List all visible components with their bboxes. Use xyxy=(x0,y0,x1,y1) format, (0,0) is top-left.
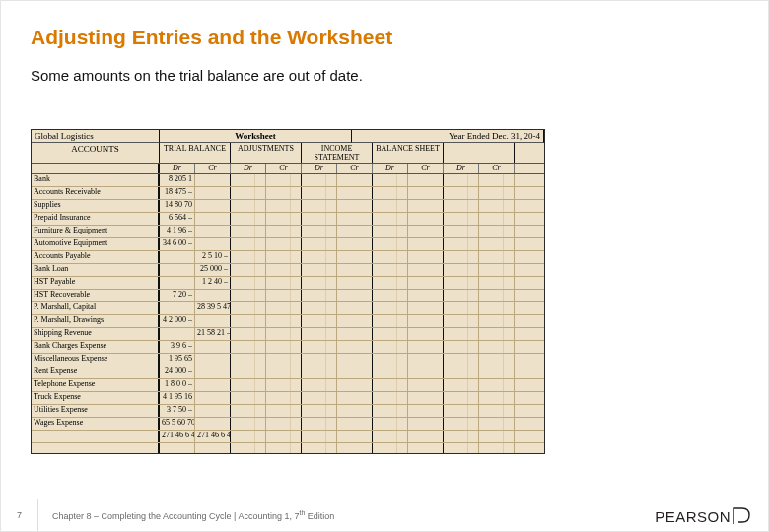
cell-value xyxy=(302,392,337,404)
cell-value xyxy=(479,226,515,237)
cell-value xyxy=(160,328,195,340)
cell-value: 4 1 96 – xyxy=(160,226,195,237)
cell-value xyxy=(231,443,266,454)
account-name: Shipping Revenue xyxy=(32,328,160,340)
cell-value xyxy=(337,302,373,314)
cell-value: 2 5 10 – xyxy=(195,251,231,263)
cell-value xyxy=(231,200,266,212)
cell-value: 28 39 5 47 xyxy=(195,302,231,314)
cell-value xyxy=(373,315,408,327)
cell-value xyxy=(479,392,515,404)
table-row: P. Marshall, Capital28 39 5 47 xyxy=(32,302,544,315)
cell-value xyxy=(408,290,444,301)
cell-value xyxy=(231,213,266,225)
cell-value xyxy=(195,392,231,404)
cell-value xyxy=(444,443,479,454)
cell-value xyxy=(302,187,337,199)
cr-label: Cr xyxy=(195,164,231,173)
cell-value: 1 8 0 0 – xyxy=(160,379,195,391)
cell-value xyxy=(479,431,515,442)
cell-value xyxy=(195,379,231,391)
cell-value xyxy=(231,379,266,391)
cell-value xyxy=(408,379,444,391)
cell-value xyxy=(266,251,302,263)
cell-value xyxy=(444,302,479,314)
cell-value xyxy=(302,418,337,430)
cell-value xyxy=(479,315,515,327)
cell-value xyxy=(195,174,231,186)
cell-value xyxy=(302,226,337,237)
cell-value: 6 564 – xyxy=(160,213,195,225)
cell-value xyxy=(444,354,479,366)
brand-text: PEARSON xyxy=(655,508,731,525)
cell-value xyxy=(160,251,195,263)
cell-value xyxy=(479,277,515,289)
cell-value xyxy=(302,200,337,212)
cell-value xyxy=(373,341,408,353)
table-row: Wages Expense65 5 60 70 xyxy=(32,418,544,431)
cell-value xyxy=(337,264,373,276)
cell-value xyxy=(337,431,373,442)
cell-value: 3 7 50 – xyxy=(160,405,195,417)
cell-value xyxy=(302,431,337,442)
table-row: Utilities Expense3 7 50 – xyxy=(32,405,544,418)
account-name: Furniture & Equipment xyxy=(32,226,160,237)
cell-value xyxy=(337,226,373,237)
cell-value xyxy=(444,366,479,378)
account-name: Utilities Expense xyxy=(32,405,160,417)
table-row: Bank Loan25 000 – xyxy=(32,264,544,277)
cell-value xyxy=(231,238,266,250)
section-extra xyxy=(444,143,515,163)
cell-value xyxy=(479,174,515,186)
cell-value xyxy=(479,264,515,276)
cell-value xyxy=(373,418,408,430)
cell-value xyxy=(479,443,515,454)
cell-value xyxy=(231,277,266,289)
cell-value xyxy=(408,174,444,186)
table-row: Accounts Payable2 5 10 – xyxy=(32,251,544,264)
cell-value: 271 46 6 42 xyxy=(195,431,231,442)
cell-value xyxy=(444,187,479,199)
table-row xyxy=(32,443,544,454)
account-name: Truck Expense xyxy=(32,392,160,404)
account-name: P. Marshall, Drawings xyxy=(32,315,160,327)
cr-label: Cr xyxy=(337,164,373,173)
cell-value xyxy=(337,366,373,378)
cell-value xyxy=(231,431,266,442)
cell-value xyxy=(373,174,408,186)
cell-value xyxy=(266,405,302,417)
cell-value xyxy=(373,264,408,276)
cell-value xyxy=(444,238,479,250)
cell-value xyxy=(266,431,302,442)
cell-value xyxy=(373,251,408,263)
account-name: HST Payable xyxy=(32,277,160,289)
cell-value xyxy=(302,264,337,276)
cell-value xyxy=(337,251,373,263)
cell-value xyxy=(479,366,515,378)
cell-value xyxy=(337,354,373,366)
cell-value xyxy=(408,277,444,289)
cell-value xyxy=(444,328,479,340)
cell-value xyxy=(337,315,373,327)
cell-value xyxy=(479,251,515,263)
table-row: Prepaid Insurance6 564 – xyxy=(32,213,544,226)
cell-value xyxy=(231,418,266,430)
cell-value xyxy=(231,251,266,263)
company-name: Global Logistics xyxy=(32,130,160,143)
cell-value xyxy=(302,213,337,225)
cell-value: 3 9 6 – xyxy=(160,341,195,353)
cell-value xyxy=(408,213,444,225)
cell-value xyxy=(373,379,408,391)
cell-value xyxy=(266,341,302,353)
section-adjustments: ADJUSTMENTS xyxy=(231,143,302,163)
cell-value xyxy=(266,354,302,366)
dr-label: Dr xyxy=(373,164,408,173)
account-name: Bank Charges Expense xyxy=(32,341,160,353)
worksheet-top-row: Global Logistics Worksheet Year Ended De… xyxy=(32,130,544,143)
cell-value: 1 2 40 – xyxy=(195,277,231,289)
page-number: 7 xyxy=(1,499,38,531)
cell-value xyxy=(337,200,373,212)
cell-value xyxy=(302,302,337,314)
cell-value xyxy=(231,328,266,340)
table-row: Accounts Receivable18 475 – xyxy=(32,187,544,200)
